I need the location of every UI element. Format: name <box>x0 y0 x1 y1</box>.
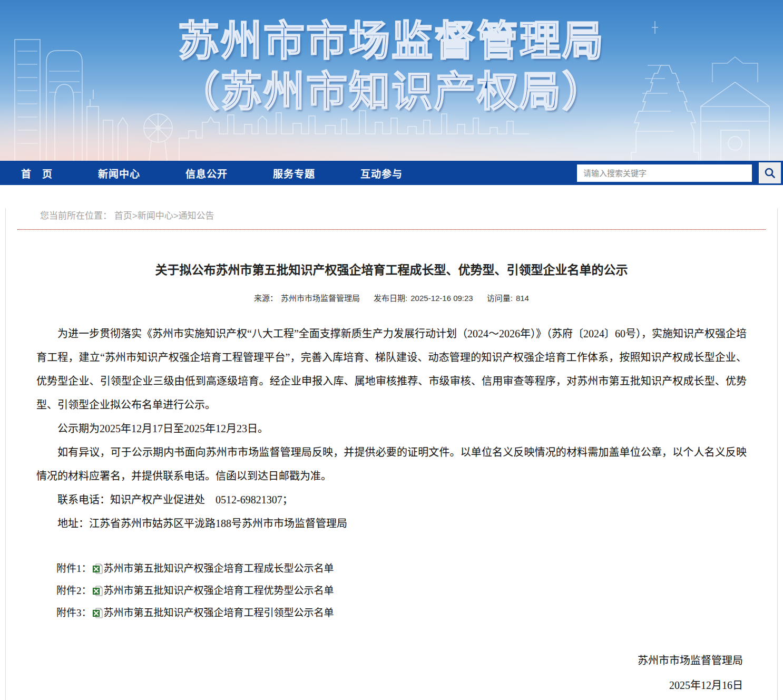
attachment-row: 附件3： 苏州市第五批知识产权强企培育工程引领型公示名单 <box>56 602 747 624</box>
site-title-line2: （苏州市知识产权局） <box>0 66 783 117</box>
breadcrumb: 您当前所在位置： 首页>新闻中心>通知公告 <box>40 208 777 221</box>
nav-item-news[interactable]: 新闻中心 <box>98 166 140 180</box>
paragraph: 地址：江苏省苏州市姑苏区平泷路188号苏州市市场监督管理局 <box>36 512 747 536</box>
paragraph: 为进一步贯彻落实《苏州市实施知识产权“八大工程”全面支撑新质生产力发展行动计划（… <box>36 322 747 417</box>
attachments-list: 附件1： 苏州市第五批知识产权强企培育工程成长型公示名单 附件2： 苏州市第五批… <box>36 558 747 624</box>
article-body: 为进一步贯彻落实《苏州市实施知识产权“八大工程”全面支撑新质生产力发展行动计划（… <box>36 322 747 536</box>
attachment-row: 附件1： 苏州市第五批知识产权强企培育工程成长型公示名单 <box>56 558 747 580</box>
main-nav: 首 页 新闻中心 信息公开 服务专题 互动参与 <box>0 161 783 185</box>
meta-source-label: 来源： <box>254 294 278 303</box>
attachment-link[interactable]: 苏州市第五批知识产权强企培育工程优势型公示名单 <box>104 580 334 602</box>
breadcrumb-label: 您当前所在位置： <box>40 211 112 221</box>
paragraph: 公示期为2025年12月17日至2025年12月23日。 <box>36 417 747 441</box>
attachment-label: 附件2： <box>56 580 92 602</box>
excel-file-icon <box>93 563 103 574</box>
meta-views-label: 访问量: <box>487 294 513 303</box>
article-title: 关于拟公布苏州市第五批知识产权强企培育工程成长型、优势型、引领型企业名单的公示 <box>37 261 746 278</box>
attachment-link[interactable]: 苏州市第五批知识产权强企培育工程成长型公示名单 <box>104 558 334 580</box>
site-banner: 苏州市市场监督管理局 （苏州市知识产权局） <box>0 0 783 161</box>
signature-org: 苏州市市场监督管理局 <box>6 648 743 673</box>
meta-views-value: 814 <box>516 294 529 303</box>
nav-item-interaction[interactable]: 互动参与 <box>360 166 403 180</box>
attachment-link[interactable]: 苏州市第五批知识产权强企培育工程引领型公示名单 <box>104 602 334 624</box>
dotted-divider <box>17 229 766 230</box>
paragraph: 联系电话：知识产权产业促进处 0512-69821307； <box>36 488 747 512</box>
article-meta: 来源：苏州市市场监督管理局发布日期:2025-12-16 09:23访问量:81… <box>6 292 777 303</box>
breadcrumb-path[interactable]: 首页>新闻中心>通知公告 <box>114 211 214 221</box>
search-input[interactable] <box>577 164 752 182</box>
paragraph: 如有异议，可于公示期内书面向苏州市市场监督管理局反映，并提供必要的证明文件。以单… <box>36 441 747 488</box>
nav-item-home[interactable]: 首 页 <box>21 166 53 180</box>
excel-file-icon <box>93 608 103 618</box>
search-bar <box>577 162 781 183</box>
signature-date: 2025年12月16日 <box>6 673 743 698</box>
site-title-line1: 苏州市市场监督管理局 <box>0 16 783 66</box>
content-panel: 您当前所在位置： 首页>新闻中心>通知公告 关于拟公布苏州市第五批知识产权强企培… <box>5 208 778 700</box>
site-title: 苏州市市场监督管理局 （苏州市知识产权局） <box>0 16 783 117</box>
meta-date-value: 2025-12-16 09:23 <box>410 294 473 303</box>
meta-source-value: 苏州市市场监督管理局 <box>281 294 360 303</box>
meta-date-label: 发布日期: <box>374 294 407 303</box>
attachment-label: 附件1： <box>56 558 92 580</box>
attachment-row: 附件2： 苏州市第五批知识产权强企培育工程优势型公示名单 <box>56 580 747 602</box>
search-icon <box>764 167 776 179</box>
nav-item-service-topics[interactable]: 服务专题 <box>273 166 315 180</box>
attachment-label: 附件3： <box>56 602 92 624</box>
search-button[interactable] <box>759 162 781 183</box>
excel-file-icon <box>93 586 103 596</box>
signature-block: 苏州市市场监督管理局 2025年12月16日 <box>6 648 743 698</box>
nav-item-info-disclosure[interactable]: 信息公开 <box>185 166 228 180</box>
